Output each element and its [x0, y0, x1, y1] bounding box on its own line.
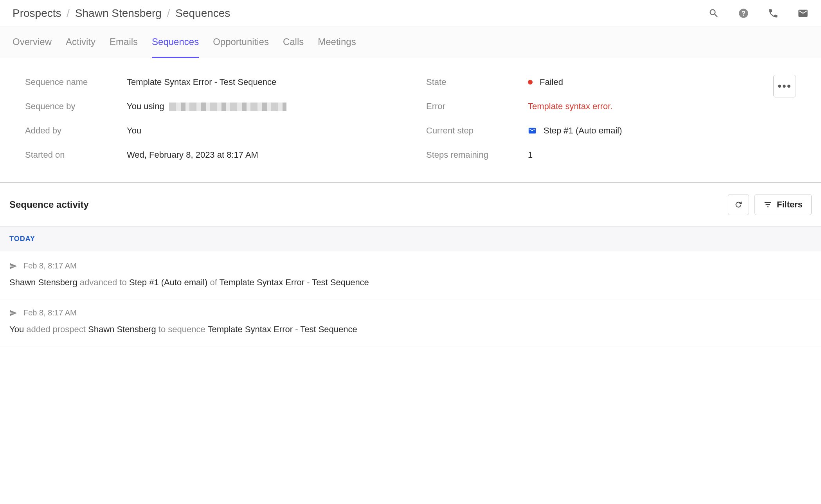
search-icon[interactable] — [708, 8, 719, 19]
error-label: Error — [426, 101, 528, 112]
started-on-label: Started on — [25, 150, 127, 160]
help-icon[interactable]: ? — [738, 8, 749, 19]
more-actions-button[interactable]: ••• — [773, 75, 796, 97]
svg-text:?: ? — [742, 10, 745, 17]
status-dot-failed-icon — [528, 80, 533, 85]
breadcrumb-person[interactable]: Shawn Stensberg — [75, 7, 162, 19]
error-value: Template syntax error. — [528, 101, 612, 112]
added-by-label: Added by — [25, 126, 127, 136]
tabs: OverviewActivityEmailsSequencesOpportuni… — [0, 27, 821, 58]
sequence-by-label: Sequence by — [25, 101, 127, 112]
event-text: Shawn Stensberg advanced to Step #1 (Aut… — [9, 277, 812, 288]
event-text: You added prospect Shawn Stensberg to se… — [9, 324, 812, 335]
event-time: Feb 8, 8:17 AM — [23, 261, 77, 270]
breadcrumb-root[interactable]: Prospects — [13, 7, 61, 19]
state-value: Failed — [528, 77, 563, 87]
activity-event[interactable]: Feb 8, 8:17 AMShawn Stensberg advanced t… — [0, 251, 821, 298]
sequence-name-label: Sequence name — [25, 77, 127, 87]
current-step-label: Current step — [426, 126, 528, 136]
filters-label: Filters — [777, 200, 803, 210]
sequence-name-value: Template Syntax Error - Test Sequence — [127, 77, 276, 87]
steps-remaining-value: 1 — [528, 150, 533, 160]
steps-remaining-label: Steps remaining — [426, 150, 528, 160]
email-step-icon — [528, 126, 537, 135]
tab-sequences[interactable]: Sequences — [152, 27, 199, 58]
breadcrumb: Prospects / Shawn Stensberg / Sequences — [13, 7, 230, 20]
sequence-by-value: You using — [127, 101, 286, 112]
tab-calls[interactable]: Calls — [283, 27, 304, 58]
tab-opportunities[interactable]: Opportunities — [213, 27, 269, 58]
filter-icon — [763, 200, 772, 209]
activity-title: Sequence activity — [9, 199, 89, 210]
tab-overview[interactable]: Overview — [13, 27, 52, 58]
activity-event[interactable]: Feb 8, 8:17 AMYou added prospect Shawn S… — [0, 298, 821, 345]
mail-icon[interactable] — [798, 8, 808, 19]
tab-emails[interactable]: Emails — [110, 27, 138, 58]
tab-activity[interactable]: Activity — [66, 27, 95, 58]
state-label: State — [426, 77, 528, 87]
send-icon — [9, 262, 17, 270]
activity-day-header: TODAY — [0, 227, 821, 251]
event-time: Feb 8, 8:17 AM — [23, 308, 77, 317]
breadcrumb-separator: / — [167, 7, 170, 19]
tab-meetings[interactable]: Meetings — [318, 27, 356, 58]
refresh-icon — [734, 200, 743, 209]
phone-icon[interactable] — [768, 8, 779, 19]
added-by-value: You — [127, 126, 141, 136]
breadcrumb-section[interactable]: Sequences — [175, 7, 230, 19]
current-step-value: Step #1 (Auto email) — [528, 126, 622, 136]
breadcrumb-separator: / — [67, 7, 70, 19]
started-on-value: Wed, February 8, 2023 at 8:17 AM — [127, 150, 258, 160]
refresh-button[interactable] — [728, 194, 749, 215]
filters-button[interactable]: Filters — [754, 194, 812, 215]
send-icon — [9, 309, 17, 317]
redacted-email — [169, 103, 286, 111]
